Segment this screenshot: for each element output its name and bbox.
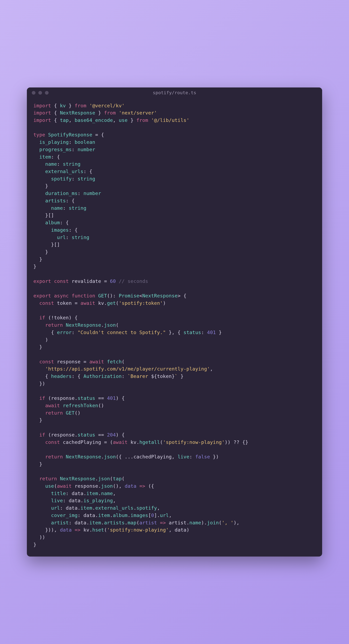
- window-traffic-lights: [32, 91, 49, 95]
- window-close-icon[interactable]: [32, 91, 36, 95]
- window-titlebar: spotify/route.ts: [27, 88, 322, 98]
- window-title: spotify/route.ts: [27, 90, 322, 95]
- window-minimize-icon[interactable]: [38, 91, 42, 95]
- code-content: import { kv } from '@vercel/kv' import {…: [27, 98, 322, 557]
- code-window: spotify/route.ts import { kv } from '@ve…: [27, 88, 322, 557]
- window-zoom-icon[interactable]: [45, 91, 49, 95]
